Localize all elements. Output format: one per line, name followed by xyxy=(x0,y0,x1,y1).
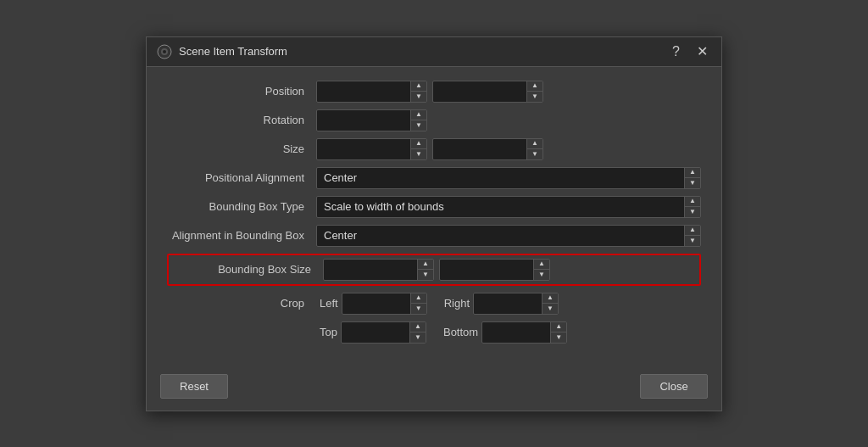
size-x-input[interactable]: 0.0000 xyxy=(317,139,410,159)
bounding-box-type-select[interactable]: Scale to width of bounds ▲ ▼ xyxy=(316,196,701,218)
crop-top-down[interactable]: ▼ xyxy=(410,332,426,343)
bounding-box-type-row: Bounding Box Type Scale to width of boun… xyxy=(167,196,701,218)
crop-right-input[interactable]: 0 xyxy=(474,293,542,314)
bounding-box-size-y-down[interactable]: ▼ xyxy=(534,270,549,280)
bounding-box-size-y-up[interactable]: ▲ xyxy=(534,260,549,271)
size-x-field[interactable]: 0.0000 ▲ ▼ xyxy=(316,138,427,160)
crop-bottom-label: Bottom xyxy=(443,326,478,338)
rotation-row: Rotation 0.00 ▲ ▼ xyxy=(167,109,701,131)
dialog-body: Position 400.0000 ▲ ▼ 300.0000 ▲ ▼ Rotat… xyxy=(147,67,721,366)
crop-top-field[interactable]: 0 ▲ ▼ xyxy=(341,321,426,344)
bounding-box-size-x-input[interactable]: 1600.0000 xyxy=(324,260,417,280)
rotation-down[interactable]: ▼ xyxy=(411,120,426,131)
size-row: Size 0.0000 ▲ ▼ 0.0000 ▲ ▼ xyxy=(167,138,701,160)
crop-bottom-item: Bottom 0 ▲ ▼ xyxy=(443,321,567,344)
crop-bottom-field[interactable]: 0 ▲ ▼ xyxy=(481,321,567,344)
size-y-field[interactable]: 0.0000 ▲ ▼ xyxy=(432,138,543,160)
positional-alignment-value: Center xyxy=(317,171,684,184)
scene-item-transform-dialog: Scene Item Transform ? ✕ Position 400.00… xyxy=(146,36,722,411)
bounding-box-type-down[interactable]: ▼ xyxy=(685,207,700,217)
crop-top-item: Top 0 ▲ ▼ xyxy=(320,321,426,344)
obs-icon xyxy=(157,44,172,59)
alignment-in-bounding-box-row: Alignment in Bounding Box Center ▲ ▼ xyxy=(167,225,701,247)
dialog-footer: Reset Close xyxy=(147,366,721,411)
positional-alignment-arrows: ▲ ▼ xyxy=(684,168,700,188)
bounding-box-type-label: Bounding Box Type xyxy=(167,200,311,213)
positional-alignment-select[interactable]: Center ▲ ▼ xyxy=(316,167,701,189)
rotation-field[interactable]: 0.00 ▲ ▼ xyxy=(316,109,427,131)
alignment-in-bounding-box-label: Alignment in Bounding Box xyxy=(167,229,311,242)
alignment-in-bounding-box-value: Center xyxy=(317,229,684,242)
svg-point-2 xyxy=(163,50,166,53)
alignment-in-bounding-box-down[interactable]: ▼ xyxy=(685,236,700,246)
crop-right-field[interactable]: 0 ▲ ▼ xyxy=(473,293,559,315)
position-y-arrows: ▲ ▼ xyxy=(526,81,542,102)
bounding-box-size-y-field[interactable]: 1600.0000 ▲ ▼ xyxy=(439,259,550,281)
size-x-down[interactable]: ▼ xyxy=(411,149,426,159)
positional-alignment-down[interactable]: ▼ xyxy=(685,178,700,188)
crop-top-arrows: ▲ ▼ xyxy=(409,322,426,343)
crop-bottom-down[interactable]: ▼ xyxy=(551,332,566,343)
rotation-input[interactable]: 0.00 xyxy=(317,110,410,131)
crop-right-label: Right xyxy=(444,297,470,310)
crop-left-item: Left 0 ▲ ▼ xyxy=(320,293,427,315)
help-button[interactable]: ? xyxy=(669,45,683,59)
crop-right-up[interactable]: ▲ xyxy=(542,293,558,305)
crop-left-label: Left xyxy=(320,297,338,310)
alignment-in-bounding-box-select[interactable]: Center ▲ ▼ xyxy=(316,225,701,247)
position-x-up[interactable]: ▲ xyxy=(411,81,426,92)
crop-top-up[interactable]: ▲ xyxy=(410,322,426,333)
bounding-box-size-x-field[interactable]: 1600.0000 ▲ ▼ xyxy=(323,259,434,281)
size-label: Size xyxy=(167,142,311,155)
crop-bottom-input[interactable]: 0 xyxy=(482,322,550,343)
crop-left-down[interactable]: ▼ xyxy=(411,304,426,314)
crop-left-arrows: ▲ ▼ xyxy=(410,293,426,314)
reset-button[interactable]: Reset xyxy=(160,374,228,399)
alignment-in-bounding-box-arrows: ▲ ▼ xyxy=(684,226,700,246)
dialog-title: Scene Item Transform xyxy=(179,45,662,58)
position-x-input[interactable]: 400.0000 xyxy=(317,81,410,102)
crop-bottom-arrows: ▲ ▼ xyxy=(550,322,566,343)
position-x-field[interactable]: 400.0000 ▲ ▼ xyxy=(316,81,427,103)
size-y-arrows: ▲ ▼ xyxy=(526,139,542,159)
bounding-box-size-label: Bounding Box Size xyxy=(174,263,318,276)
size-y-up[interactable]: ▲ xyxy=(527,139,542,150)
position-x-arrows: ▲ ▼ xyxy=(410,81,426,102)
bounding-box-type-arrows: ▲ ▼ xyxy=(684,197,700,217)
size-x-up[interactable]: ▲ xyxy=(411,139,426,150)
bounding-box-size-highlight: Bounding Box Size 1600.0000 ▲ ▼ 1600.000… xyxy=(167,254,701,286)
size-x-arrows: ▲ ▼ xyxy=(410,139,426,159)
position-y-down[interactable]: ▼ xyxy=(527,92,542,102)
position-y-up[interactable]: ▲ xyxy=(527,81,542,92)
crop-left-up[interactable]: ▲ xyxy=(411,293,426,305)
bounding-box-type-up[interactable]: ▲ xyxy=(685,197,700,208)
close-dialog-button[interactable]: Close xyxy=(640,374,708,399)
bounding-box-type-value: Scale to width of bounds xyxy=(317,200,684,213)
crop-right-item: Right 0 ▲ ▼ xyxy=(444,293,559,315)
crop-bottom-up[interactable]: ▲ xyxy=(551,322,566,333)
bounding-box-size-x-down[interactable]: ▼ xyxy=(418,270,433,280)
crop-section: Crop Left 0 ▲ ▼ Right 0 xyxy=(167,293,701,344)
alignment-in-bounding-box-up[interactable]: ▲ xyxy=(685,226,700,237)
size-y-input[interactable]: 0.0000 xyxy=(433,139,526,159)
position-y-input[interactable]: 300.0000 xyxy=(433,81,526,102)
positional-alignment-row: Positional Alignment Center ▲ ▼ xyxy=(167,167,701,189)
rotation-label: Rotation xyxy=(167,114,311,126)
crop-top-input[interactable]: 0 xyxy=(342,322,409,343)
crop-label: Crop xyxy=(167,297,311,310)
rotation-up[interactable]: ▲ xyxy=(411,110,426,121)
crop-left-input[interactable]: 0 xyxy=(342,293,410,314)
position-y-field[interactable]: 300.0000 ▲ ▼ xyxy=(432,81,543,103)
close-button[interactable]: ✕ xyxy=(693,45,711,59)
positional-alignment-label: Positional Alignment xyxy=(167,171,311,184)
position-label: Position xyxy=(167,85,311,98)
crop-left-right-row: Crop Left 0 ▲ ▼ Right 0 xyxy=(167,293,701,315)
crop-right-down[interactable]: ▼ xyxy=(542,304,558,314)
bounding-box-size-y-input[interactable]: 1600.0000 xyxy=(440,260,533,280)
rotation-arrows: ▲ ▼ xyxy=(410,110,426,131)
size-y-down[interactable]: ▼ xyxy=(527,149,542,159)
position-x-down[interactable]: ▼ xyxy=(411,92,426,102)
bounding-box-size-x-up[interactable]: ▲ xyxy=(418,260,433,271)
positional-alignment-up[interactable]: ▲ xyxy=(685,168,700,179)
crop-left-field[interactable]: 0 ▲ ▼ xyxy=(342,293,427,315)
